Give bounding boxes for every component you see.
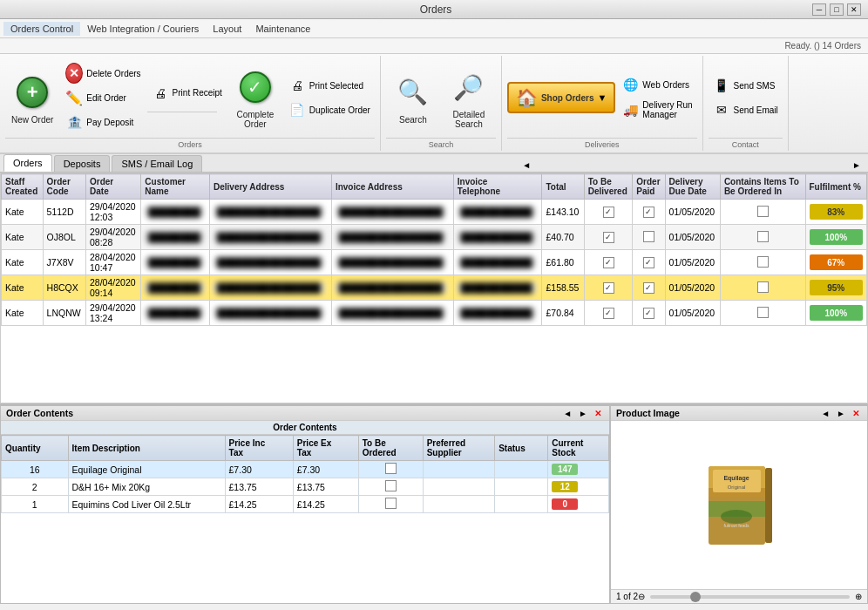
window-title: Orders xyxy=(59,3,812,16)
detailed-search-button[interactable]: 🔎 DetailedSearch xyxy=(442,62,496,133)
to-be-ordered-checkbox[interactable] xyxy=(385,480,397,491)
tab-nav-left[interactable]: ◄ xyxy=(519,159,534,172)
new-order-button[interactable]: + New Order xyxy=(5,67,59,129)
tab-sms-email-log[interactable]: SMS / Email Log xyxy=(112,155,202,172)
menu-layout[interactable]: Layout xyxy=(206,22,248,36)
delete-orders-button[interactable]: ✕ Delete Orders xyxy=(61,62,145,85)
col-to-be-delivered: To BeDelivered xyxy=(584,174,633,200)
maximize-button[interactable]: □ xyxy=(830,3,844,16)
pay-deposit-icon: 🏦 xyxy=(65,113,83,131)
ribbon-search-content: 🔍 Search 🔎 DetailedSearch xyxy=(386,59,496,136)
order-paid-checkbox[interactable] xyxy=(643,257,654,268)
list-item[interactable]: 16 Equilage Original £7.30 £7.30 147 xyxy=(2,461,609,478)
table-row[interactable]: Kate 5112D 29/04/2020 12:03 ████████ ███… xyxy=(2,200,867,225)
deliveries-small-group: 🌐 Web Orders 🚚 Delivery RunManager xyxy=(617,73,696,122)
product-image-nav-left[interactable]: ◄ xyxy=(818,409,832,418)
duplicate-order-icon: 📄 xyxy=(288,101,306,119)
image-zoom-out-icon[interactable]: ⊖ xyxy=(638,592,645,601)
to-be-ordered-checkbox[interactable] xyxy=(385,498,397,509)
order-paid-checkbox[interactable] xyxy=(643,282,654,294)
to-be-delivered-checkbox[interactable] xyxy=(603,308,614,319)
cell-telephone: ███████████ xyxy=(453,275,542,301)
cell-delivery: ████████████████ xyxy=(210,275,332,301)
order-contents-panel: Order Contents ◄ ► ✕ Order Contents Quan… xyxy=(0,405,610,604)
tab-orders[interactable]: Orders xyxy=(3,154,52,172)
col-delivery-address: Delivery Address xyxy=(210,174,332,200)
shop-orders-button[interactable]: 🏠 Shop Orders ▼ xyxy=(507,82,615,113)
table-header-row: StaffCreated OrderCode OrderDate Custome… xyxy=(2,174,867,200)
product-image-close[interactable]: ✕ xyxy=(850,409,862,418)
send-email-button[interactable]: ✉ Send Email xyxy=(709,98,783,121)
edit-order-label: Edit Order xyxy=(86,93,126,103)
cell-customer: ████████ xyxy=(141,275,210,301)
contains-items-checkbox[interactable] xyxy=(757,307,769,318)
contents-stock: 12 xyxy=(548,478,609,496)
image-zoom-in-icon[interactable]: ⊕ xyxy=(855,592,862,601)
image-zoom-thumb[interactable] xyxy=(690,592,701,602)
cell-order-paid xyxy=(633,301,665,326)
to-be-delivered-checkbox[interactable] xyxy=(603,232,614,243)
product-image-nav-right[interactable]: ► xyxy=(834,409,848,418)
duplicate-order-button[interactable]: 📄 Duplicate Order xyxy=(284,98,375,121)
image-zoom-slider[interactable] xyxy=(650,595,850,599)
complete-order-button[interactable]: ✓ CompleteOrder xyxy=(228,62,282,133)
contains-items-checkbox[interactable] xyxy=(757,231,769,242)
contents-header-row: Quantity Item Description Price IncTax P… xyxy=(2,436,609,461)
ribbon-small-group-2: 🖨 Print Receipt xyxy=(147,82,227,114)
list-item[interactable]: 1 Equimins Cod Liver Oil 2.5Ltr £14.25 £… xyxy=(2,496,609,513)
complete-order-label: CompleteOrder xyxy=(236,110,274,129)
cell-invoice: ████████████████ xyxy=(331,301,453,326)
send-sms-button[interactable]: 📱 Send SMS xyxy=(709,74,783,97)
web-orders-button[interactable]: 🌐 Web Orders xyxy=(617,73,696,96)
table-row[interactable]: Kate LNQNW 29/04/2020 13:24 ████████ ███… xyxy=(2,301,867,326)
contents-to-be-ordered xyxy=(358,461,423,478)
table-row[interactable]: Kate OJ8OL 29/04/2020 08:28 ████████ ███… xyxy=(2,225,867,250)
contains-items-checkbox[interactable] xyxy=(757,206,769,217)
orders-scroll-area[interactable]: StaffCreated OrderCode OrderDate Custome… xyxy=(1,173,867,383)
order-contents-close[interactable]: ✕ xyxy=(592,409,604,418)
menu-orders-control[interactable]: Orders Control xyxy=(3,22,80,36)
contents-col-price-ex: Price ExTax xyxy=(293,436,358,461)
send-sms-icon: 📱 xyxy=(713,77,730,94)
menu-maintenance[interactable]: Maintenance xyxy=(248,22,317,36)
search-button[interactable]: 🔍 Search xyxy=(386,67,440,129)
contains-items-checkbox[interactable] xyxy=(757,281,769,293)
contents-scroll[interactable]: Quantity Item Description Price IncTax P… xyxy=(1,435,609,603)
table-row[interactable]: Kate H8CQX 28/04/2020 09:14 ████████ ███… xyxy=(2,275,867,301)
delivery-run-button[interactable]: 🚚 Delivery RunManager xyxy=(617,98,696,122)
to-be-delivered-checkbox[interactable] xyxy=(603,207,614,218)
order-paid-checkbox[interactable] xyxy=(643,207,654,218)
print-selected-button[interactable]: 🖨 Print Selected xyxy=(284,74,375,97)
cell-order-paid xyxy=(633,275,665,301)
list-item[interactable]: 2 D&H 16+ Mix 20Kg £13.75 £13.75 12 xyxy=(2,478,609,496)
close-button[interactable]: ✕ xyxy=(847,3,861,16)
cell-order-paid xyxy=(633,225,665,250)
menu-web-integration[interactable]: Web Integration / Couriers xyxy=(80,22,206,36)
ribbon-small-group-1: ✕ Delete Orders ✏️ Edit Order 🏦 Pay Depo… xyxy=(61,62,145,133)
cell-delivery: ████████████████ xyxy=(210,301,332,326)
to-be-delivered-checkbox[interactable] xyxy=(603,282,614,294)
table-row[interactable]: Kate J7X8V 28/04/2020 10:47 ████████ ███… xyxy=(2,250,867,275)
order-paid-checkbox[interactable] xyxy=(643,308,654,319)
contains-items-checkbox[interactable] xyxy=(757,256,769,268)
stock-badge: 0 xyxy=(552,498,578,510)
tab-nav-right[interactable]: ► xyxy=(849,159,865,172)
tab-deposits[interactable]: Deposits xyxy=(54,155,111,172)
ribbon-group-deliveries: 🏠 Shop Orders ▼ 🌐 Web Orders 🚚 Delivery … xyxy=(502,56,703,151)
minimize-button[interactable]: ─ xyxy=(812,3,826,16)
print-receipt-button[interactable]: 🖨 Print Receipt xyxy=(147,82,227,105)
fulfilment-bar: 83% xyxy=(810,204,863,220)
send-sms-label: Send SMS xyxy=(734,81,776,91)
cell-delivery: ████████████████ xyxy=(210,250,332,275)
order-paid-checkbox[interactable] xyxy=(643,231,654,242)
delivery-run-icon: 🚚 xyxy=(621,101,639,119)
order-contents-nav-left[interactable]: ◄ xyxy=(560,409,574,418)
edit-order-button[interactable]: ✏️ Edit Order xyxy=(61,86,145,109)
ribbon-group-search: 🔍 Search 🔎 DetailedSearch Search xyxy=(381,56,502,151)
product-image-area: Equilage Original fulmart feeds xyxy=(611,421,867,589)
to-be-delivered-checkbox[interactable] xyxy=(603,257,614,268)
ribbon: + New Order ✕ Delete Orders ✏️ Edit Orde… xyxy=(0,54,868,154)
order-contents-nav-right[interactable]: ► xyxy=(576,409,590,418)
pay-deposit-button[interactable]: 🏦 Pay Deposit xyxy=(61,111,145,133)
to-be-ordered-checkbox[interactable] xyxy=(385,463,397,474)
